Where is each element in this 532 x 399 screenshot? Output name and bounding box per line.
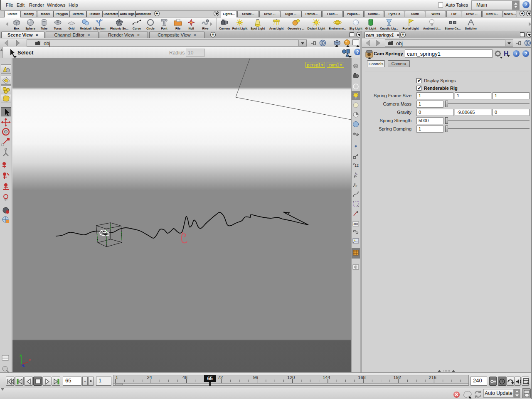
svg-text:48: 48 xyxy=(182,375,187,380)
svg-text:168: 168 xyxy=(358,375,365,380)
svg-text:144: 144 xyxy=(323,375,330,380)
svg-text:1: 1 xyxy=(116,375,118,380)
svg-text:24: 24 xyxy=(147,375,152,380)
svg-text:y: y xyxy=(20,352,22,357)
svg-text:72: 72 xyxy=(218,375,223,380)
svg-text:120: 120 xyxy=(287,375,295,380)
svg-text:216: 216 xyxy=(429,375,436,380)
svg-text:z: z xyxy=(22,363,25,367)
svg-text:2: 2 xyxy=(355,184,357,188)
svg-text:12: 12 xyxy=(355,163,359,167)
svg-text:x: x xyxy=(29,358,31,362)
svg-text:192: 192 xyxy=(394,375,401,380)
svg-text:abc: abc xyxy=(354,222,359,225)
svg-text:96: 96 xyxy=(253,375,258,380)
